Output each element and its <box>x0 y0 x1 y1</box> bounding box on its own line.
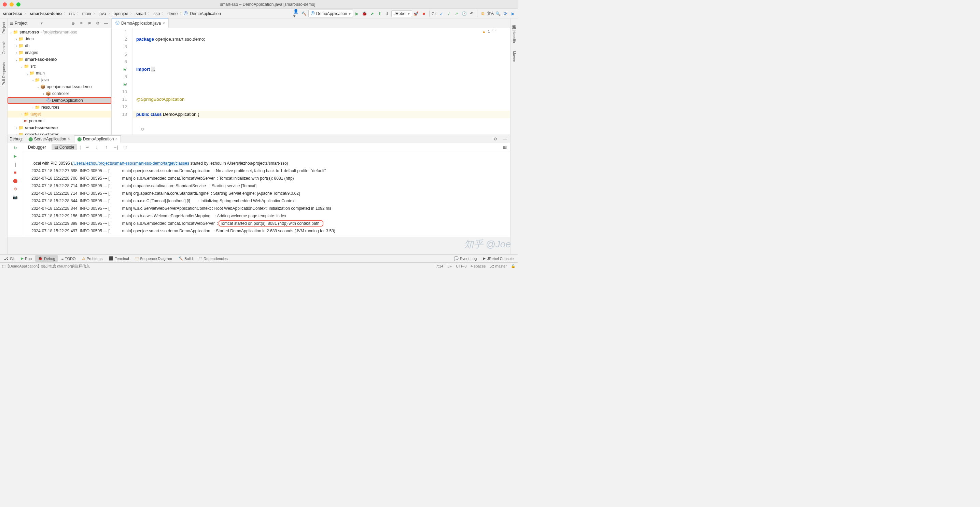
tree-node[interactable]: ›📁resources <box>8 104 111 111</box>
lock-icon[interactable]: 🔒 <box>511 264 515 268</box>
hide-icon[interactable]: — <box>501 136 508 142</box>
tree-node[interactable]: ⌄📁java <box>8 77 111 83</box>
build-icon[interactable]: 🔨 <box>301 10 308 17</box>
jrebel-select[interactable]: JRebel ▾ <box>391 10 412 17</box>
sync-icon[interactable]: ⟳ <box>502 10 509 17</box>
show-diff-icon[interactable]: ⧉ <box>479 10 486 17</box>
search-icon[interactable]: 🔍 <box>495 10 501 17</box>
jclasslib-tool-button[interactable]: jclasslib <box>512 28 516 45</box>
debug-session-tab[interactable]: ⬤ServerApplication× <box>25 136 73 142</box>
commit-tool-button[interactable]: Commit <box>2 40 6 56</box>
stop-button[interactable]: ■ <box>420 10 427 17</box>
breadcrumb-item[interactable]: java <box>97 11 108 17</box>
dependencies-tab[interactable]: ⬚Dependencies <box>196 255 230 262</box>
tree-node[interactable]: ›📁.idea <box>8 35 111 42</box>
profile-button[interactable]: ⬆ <box>376 10 383 17</box>
run-gutter-icon[interactable]: ▶ <box>124 65 126 73</box>
pause-button[interactable]: ‖ <box>12 161 19 168</box>
gear-icon[interactable]: ⚙ <box>492 136 498 142</box>
breadcrumb-item[interactable]: smart-sso <box>2 11 24 17</box>
terminal-tab[interactable]: ⬛Terminal <box>106 255 132 262</box>
close-window-button[interactable] <box>3 2 7 6</box>
git-commit-icon[interactable]: ✓ <box>445 10 452 17</box>
resume-button[interactable]: ▶ <box>12 153 19 159</box>
file-encoding[interactable]: UTF-8 <box>456 264 466 268</box>
jrebel-run-icon[interactable]: 🚀 <box>413 10 420 17</box>
git-rollback-icon[interactable]: ↶ <box>468 10 475 17</box>
stop-button[interactable]: ■ <box>12 169 19 176</box>
line-separator[interactable]: LF <box>447 264 452 268</box>
tree-node[interactable]: ⌄📁main <box>8 70 111 77</box>
git-tab[interactable]: ⎇Git <box>2 255 18 262</box>
debugger-tab[interactable]: Debugger <box>25 144 49 150</box>
tongyi-tool-button[interactable]: 通义灵码 <box>512 21 517 23</box>
breadcrumb-item[interactable]: DemoApplication <box>188 11 222 17</box>
breadcrumb-item[interactable]: smart <box>134 11 147 17</box>
todo-tab[interactable]: ≡TODO <box>59 255 78 262</box>
debug-tab[interactable]: 🐞Debug <box>35 255 58 262</box>
view-breakpoints-button[interactable]: ⬤ <box>12 177 19 184</box>
rerun-button[interactable]: ↻ <box>12 145 19 151</box>
breadcrumb-item[interactable]: main <box>81 11 92 17</box>
breadcrumb-item[interactable]: demo <box>166 11 179 17</box>
indent-config[interactable]: 4 spaces <box>471 264 485 268</box>
breadcrumb-item[interactable]: src <box>68 11 76 17</box>
gear-icon[interactable]: ⚙ <box>94 20 101 27</box>
tree-node-root[interactable]: ⌄📁smart-sso ~/projects/smart-sso <box>8 29 111 35</box>
translate-icon[interactable]: 文A <box>487 10 494 17</box>
maven-tool-button[interactable]: Maven <box>512 49 516 64</box>
project-view-icon[interactable]: ▤ <box>10 21 13 26</box>
project-tool-button[interactable]: Project <box>2 21 6 35</box>
minimize-window-button[interactable] <box>10 2 14 6</box>
tree-node[interactable]: ›📁db <box>8 42 111 49</box>
editor-tab[interactable]: ⓒ DemoApplication.java × <box>112 18 169 28</box>
code-area[interactable]: 12356 7▶ 8 9▶ 10111213 package openjoe.s… <box>112 28 510 135</box>
problems-tab[interactable]: ⚠Problems <box>79 255 105 262</box>
tree-node[interactable]: mpom.xml <box>8 118 111 124</box>
user-icon[interactable]: 👤▾ <box>293 10 300 17</box>
layout-icon[interactable]: ▦ <box>501 144 508 151</box>
pull-requests-tool-button[interactable]: Pull Requests <box>2 61 6 87</box>
maximize-window-button[interactable] <box>16 2 21 6</box>
collapse-icon[interactable]: ≢ <box>86 20 93 27</box>
console-tab[interactable]: ▤Console <box>52 144 77 150</box>
jrebel-icon[interactable]: ▶ <box>509 10 516 17</box>
run-button[interactable]: ▶ <box>354 10 361 17</box>
tree-node[interactable]: ⌄📦openjoe.smart.sso.demo <box>8 83 111 90</box>
debug-button[interactable]: 🐞 <box>361 10 368 17</box>
run-tab[interactable]: ▶Run <box>18 255 35 262</box>
tree-node[interactable]: ⌄📁src <box>8 63 111 70</box>
tree-node[interactable]: ›📁smart-sso-server <box>8 124 111 131</box>
console-link[interactable]: /Users/lezhou/projects/smart-sso/smart-s… <box>72 161 189 166</box>
coverage-button[interactable]: ⬈ <box>369 10 375 17</box>
mute-breakpoints-button[interactable]: ⊘ <box>12 185 19 192</box>
camera-icon[interactable]: 📷 <box>12 194 19 201</box>
evaluate-icon[interactable]: ⬚ <box>122 144 129 151</box>
project-tree[interactable]: ⌄📁smart-sso ~/projects/smart-sso ›📁.idea… <box>8 28 111 135</box>
step-into-icon[interactable]: ↓ <box>93 144 100 151</box>
hide-icon[interactable]: — <box>102 20 109 27</box>
close-tab-icon[interactable]: × <box>162 21 165 26</box>
tree-node[interactable]: ›📁images <box>8 49 111 56</box>
inspection-badge[interactable]: ▲1 ˆˇ <box>482 29 496 33</box>
git-update-icon[interactable]: ↙ <box>438 10 445 17</box>
step-over-icon[interactable]: ⤻ <box>84 144 91 151</box>
debug-session-tab-active[interactable]: ⬤DemoApplication× <box>74 135 121 143</box>
sequence-tab[interactable]: ⬚Sequence Diagram <box>132 255 175 262</box>
tree-node[interactable]: ⌄📁smart-sso-demo <box>8 56 111 63</box>
attach-button[interactable]: ⬇ <box>384 10 391 17</box>
tree-node[interactable]: ›📁target <box>8 111 111 118</box>
tree-node[interactable]: ›📦controller <box>8 90 111 97</box>
code-content[interactable]: package openjoe.smart.sso.demo; import .… <box>133 28 510 135</box>
breadcrumb-item[interactable]: openjoe <box>112 11 130 17</box>
breadcrumb-item[interactable]: smart-sso-demo <box>28 11 63 17</box>
step-out-icon[interactable]: ↑ <box>103 144 110 151</box>
tree-node[interactable]: ›📁smart-sso-starter <box>8 131 111 135</box>
locate-icon[interactable]: ⊕ <box>70 20 76 27</box>
run-to-cursor-icon[interactable]: →| <box>112 144 119 151</box>
cursor-position[interactable]: 7:14 <box>436 264 443 268</box>
expand-icon[interactable]: ≡ <box>78 20 85 27</box>
git-branch[interactable]: ⎇ master <box>490 264 507 268</box>
git-push-icon[interactable]: ↗ <box>453 10 460 17</box>
event-log-tab[interactable]: 💬Event Log <box>451 255 480 262</box>
